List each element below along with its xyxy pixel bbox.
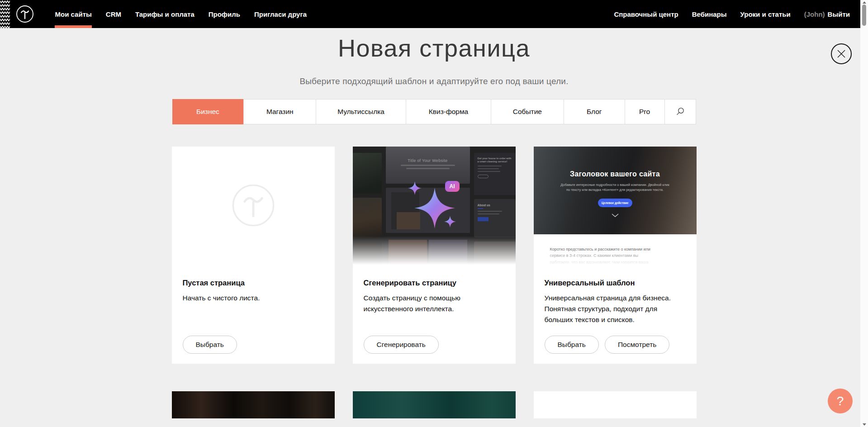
tab-search[interactable] [664, 100, 696, 124]
close-icon [836, 49, 846, 59]
template-cards-row: Пустая страница Начать с чистого листа. … [172, 147, 697, 364]
tab-label: Блог [587, 108, 602, 116]
tab-business[interactable]: Бизнес [172, 99, 244, 124]
card-title: Пустая страница [183, 279, 324, 287]
ai-badge: AI [445, 181, 460, 192]
secondary-menu: Справочный центр Вебинары Уроки и статьи… [600, 0, 868, 28]
user-account: (John)Выйти [804, 10, 850, 18]
scroll-down-arrow[interactable] [863, 423, 866, 426]
template-hero-subtitle: Добавьте интересные подробности о вашей … [559, 182, 672, 193]
tilda-watermark-icon [232, 184, 275, 227]
scrollbar-thumb[interactable] [862, 5, 866, 26]
card-title: Универсальный шаблон [545, 279, 686, 287]
nav-item-invite-friend[interactable]: Пригласи друга [247, 0, 313, 28]
ai-preview-collage: Title of Your Website Get [353, 147, 516, 269]
card-ai-generate: Title of Your Website Get [353, 147, 516, 364]
preview-fade [353, 236, 516, 269]
template-card-partial[interactable] [353, 391, 516, 418]
template-hero-title: Заголовок вашего сайта [534, 147, 697, 178]
tab-label: Магазин [266, 108, 294, 116]
tab-label: Мультиссылка [337, 108, 384, 116]
preview-fade [534, 250, 697, 269]
help-button[interactable]: ? [828, 389, 853, 413]
card-actions: Выбрать [183, 336, 237, 354]
tilda-logo[interactable] [16, 0, 34, 28]
nav-item-my-sites[interactable]: Мои сайты [48, 0, 99, 28]
template-hero-preview: Заголовок вашего сайта Добавьте интересн… [534, 147, 697, 234]
template-cta-button: Целевое действие [598, 199, 632, 207]
nav-item-label: Пригласи друга [254, 10, 307, 18]
close-button[interactable] [831, 43, 852, 64]
tab-multilink[interactable]: Мультиссылка [316, 100, 406, 124]
card-actions: Сгенерировать [364, 336, 439, 354]
nav-item-help-center[interactable]: Справочный центр [614, 10, 678, 18]
vertical-scrollbar[interactable] [860, 0, 868, 427]
nav-item-label: Профиль [209, 10, 240, 18]
nav-item-crm[interactable]: CRM [99, 0, 128, 28]
card-universal-template: Заголовок вашего сайта Добавьте интересн… [534, 147, 697, 364]
nav-item-lessons[interactable]: Уроки и статьи [740, 10, 791, 18]
generate-button[interactable]: Сгенерировать [364, 336, 439, 354]
main-menu: Мои сайты CRM Тарифы и оплата Профиль Пр… [48, 0, 314, 28]
tab-blog[interactable]: Блог [564, 100, 625, 124]
tab-quiz-form[interactable]: Квиз-форма [406, 100, 491, 124]
nav-item-webinars[interactable]: Вебинары [692, 10, 727, 18]
user-name: (John) [804, 10, 825, 18]
template-card-partial[interactable] [172, 391, 335, 418]
tab-label: Pro [639, 108, 650, 116]
card-blank-page: Пустая страница Начать с чистого листа. … [172, 147, 335, 364]
wave-pattern-decoration [0, 0, 10, 28]
nav-item-label: Тарифы и оплата [135, 10, 194, 18]
chevron-down-icon [612, 214, 619, 217]
nav-item-pricing[interactable]: Тарифы и оплата [128, 0, 201, 28]
template-card-partial[interactable] [534, 391, 697, 418]
tilda-logo-icon [16, 5, 34, 23]
page-title: Новая страница [0, 33, 868, 63]
card-title: Сгенерировать страницу [364, 279, 505, 287]
ai-sparkle-small-icon [444, 215, 456, 228]
template-preview: Заголовок вашего сайта Добавьте интересн… [534, 147, 697, 269]
template-category-tabs: Бизнес Магазин Мультиссылка Квиз-форма С… [172, 99, 696, 124]
select-button[interactable]: Выбрать [545, 336, 599, 354]
card-description: Создать страницу с помощью искусственног… [364, 293, 499, 314]
card-description: Начать с чистого листа. [183, 293, 318, 304]
logout-link[interactable]: Выйти [828, 10, 850, 18]
nav-item-label: CRM [106, 10, 121, 18]
tab-pro[interactable]: Pro [625, 100, 664, 124]
tab-label: Квиз-форма [429, 108, 468, 116]
template-cards-row-2 [172, 391, 697, 418]
blank-page-preview [172, 147, 335, 269]
top-navigation: Мои сайты CRM Тарифы и оплата Профиль Пр… [0, 0, 868, 28]
search-icon [676, 107, 684, 116]
tab-event[interactable]: Событие [491, 100, 564, 124]
select-button[interactable]: Выбрать [183, 336, 237, 354]
view-button[interactable]: Посмотреть [605, 336, 669, 354]
tab-label: Событие [513, 108, 542, 116]
scroll-up-arrow[interactable] [863, 1, 866, 4]
tab-store[interactable]: Магазин [243, 100, 316, 124]
card-description: Универсальная страница для бизнеса. Поня… [545, 293, 680, 325]
tab-label: Бизнес [196, 108, 219, 116]
nav-item-profile[interactable]: Профиль [201, 0, 247, 28]
new-page-dialog: Новая страница Выберите подходящий шабло… [0, 33, 868, 418]
page-subtitle: Выберите подходящий шаблон и адаптируйте… [0, 76, 868, 86]
card-actions: Выбрать Посмотреть [545, 336, 670, 354]
nav-item-label: Мои сайты [55, 10, 92, 18]
